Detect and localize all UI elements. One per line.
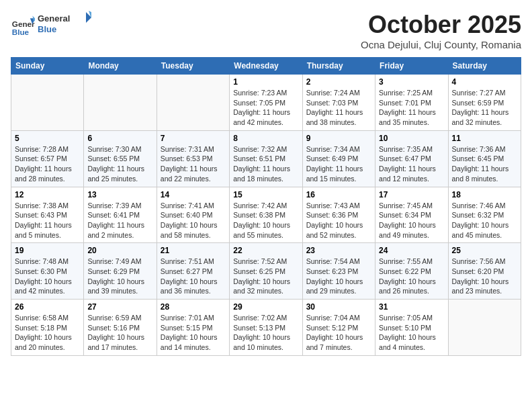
day-number: 6 — [87, 134, 152, 143]
calendar-cell: 12Sunrise: 7:38 AM Sunset: 6:43 PM Dayli… — [11, 187, 84, 243]
day-info: Sunrise: 7:04 AM Sunset: 5:12 PM Dayligh… — [306, 313, 371, 353]
calendar-cell: 13Sunrise: 7:39 AM Sunset: 6:41 PM Dayli… — [84, 187, 157, 243]
day-number: 27 — [87, 302, 152, 312]
calendar-cell: 8Sunrise: 7:32 AM Sunset: 6:51 PM Daylig… — [230, 130, 302, 187]
calendar-cell: 29Sunrise: 7:02 AM Sunset: 5:13 PM Dayli… — [230, 300, 302, 356]
svg-text:Blue: Blue — [38, 24, 56, 34]
day-info: Sunrise: 7:48 AM Sunset: 6:30 PM Dayligh… — [15, 257, 80, 296]
day-info: Sunrise: 7:36 AM Sunset: 6:45 PM Dayligh… — [452, 144, 517, 184]
day-number: 21 — [161, 246, 226, 255]
weekday-header: Monday — [84, 58, 157, 75]
calendar-week-row: 19Sunrise: 7:48 AM Sunset: 6:30 PM Dayli… — [11, 243, 521, 300]
day-number: 19 — [15, 246, 80, 255]
day-info: Sunrise: 7:23 AM Sunset: 7:05 PM Dayligh… — [233, 88, 298, 128]
weekday-header: Friday — [375, 58, 448, 75]
calendar-cell: 10Sunrise: 7:35 AM Sunset: 6:47 PM Dayli… — [375, 130, 448, 187]
day-number: 23 — [306, 246, 371, 255]
calendar-week-row: 12Sunrise: 7:38 AM Sunset: 6:43 PM Dayli… — [11, 187, 521, 243]
day-info: Sunrise: 7:30 AM Sunset: 6:55 PM Dayligh… — [87, 144, 152, 184]
calendar-week-row: 5Sunrise: 7:28 AM Sunset: 6:57 PM Daylig… — [11, 130, 521, 187]
day-number: 18 — [452, 190, 517, 199]
day-info: Sunrise: 7:02 AM Sunset: 5:13 PM Dayligh… — [233, 313, 298, 353]
calendar-cell: 19Sunrise: 7:48 AM Sunset: 6:30 PM Dayli… — [11, 243, 84, 300]
calendar-cell: 28Sunrise: 7:01 AM Sunset: 5:15 PM Dayli… — [157, 300, 229, 356]
calendar-week-row: 1Sunrise: 7:23 AM Sunset: 7:05 PM Daylig… — [11, 75, 521, 131]
calendar-cell: 4Sunrise: 7:27 AM Sunset: 6:59 PM Daylig… — [448, 75, 521, 131]
calendar-cell: 2Sunrise: 7:24 AM Sunset: 7:03 PM Daylig… — [302, 75, 375, 131]
svg-text:Blue: Blue — [12, 28, 30, 36]
calendar-cell: 31Sunrise: 7:05 AM Sunset: 5:10 PM Dayli… — [375, 300, 448, 356]
day-number: 17 — [379, 190, 444, 199]
weekday-header: Sunday — [11, 58, 84, 75]
location-subtitle: Ocna Dejului, Cluj County, Romania — [361, 39, 521, 50]
calendar-week-row: 26Sunrise: 6:58 AM Sunset: 5:18 PM Dayli… — [11, 300, 521, 356]
calendar-cell: 5Sunrise: 7:28 AM Sunset: 6:57 PM Daylig… — [11, 130, 84, 187]
day-number: 5 — [15, 134, 80, 143]
day-info: Sunrise: 7:54 AM Sunset: 6:23 PM Dayligh… — [306, 257, 371, 296]
day-info: Sunrise: 6:59 AM Sunset: 5:16 PM Dayligh… — [87, 313, 152, 353]
calendar-cell — [84, 75, 157, 131]
day-info: Sunrise: 7:31 AM Sunset: 6:53 PM Dayligh… — [161, 144, 226, 184]
day-number: 24 — [379, 246, 444, 255]
page-header: General Blue General Blue October 2025 O… — [11, 11, 521, 50]
day-info: Sunrise: 7:39 AM Sunset: 6:41 PM Dayligh… — [87, 201, 152, 240]
day-number: 20 — [87, 246, 152, 255]
day-info: Sunrise: 7:56 AM Sunset: 6:20 PM Dayligh… — [452, 257, 517, 296]
weekday-header: Saturday — [448, 58, 521, 75]
calendar-cell: 6Sunrise: 7:30 AM Sunset: 6:55 PM Daylig… — [84, 130, 157, 187]
day-info: Sunrise: 7:28 AM Sunset: 6:57 PM Dayligh… — [15, 144, 80, 184]
logo-svg: General Blue — [38, 11, 91, 38]
day-number: 11 — [452, 134, 517, 143]
calendar-cell: 21Sunrise: 7:51 AM Sunset: 6:27 PM Dayli… — [157, 243, 229, 300]
day-number: 29 — [233, 302, 298, 312]
day-info: Sunrise: 7:51 AM Sunset: 6:27 PM Dayligh… — [161, 257, 226, 296]
day-info: Sunrise: 7:32 AM Sunset: 6:51 PM Dayligh… — [233, 144, 298, 184]
day-info: Sunrise: 7:52 AM Sunset: 6:25 PM Dayligh… — [233, 257, 298, 296]
calendar-cell: 15Sunrise: 7:42 AM Sunset: 6:38 PM Dayli… — [230, 187, 302, 243]
day-info: Sunrise: 7:38 AM Sunset: 6:43 PM Dayligh… — [15, 201, 80, 240]
calendar-cell: 26Sunrise: 6:58 AM Sunset: 5:18 PM Dayli… — [11, 300, 84, 356]
day-info: Sunrise: 7:46 AM Sunset: 6:32 PM Dayligh… — [452, 201, 517, 240]
day-number: 12 — [15, 190, 80, 199]
svg-text:General: General — [38, 13, 70, 24]
calendar-cell: 17Sunrise: 7:45 AM Sunset: 6:34 PM Dayli… — [375, 187, 448, 243]
day-info: Sunrise: 7:55 AM Sunset: 6:22 PM Dayligh… — [379, 257, 444, 296]
day-info: Sunrise: 7:24 AM Sunset: 7:03 PM Dayligh… — [306, 88, 371, 128]
logo-icon: General Blue — [11, 13, 35, 38]
day-info: Sunrise: 7:35 AM Sunset: 6:47 PM Dayligh… — [379, 144, 444, 184]
day-info: Sunrise: 7:43 AM Sunset: 6:36 PM Dayligh… — [306, 201, 371, 240]
calendar-cell — [157, 75, 229, 131]
calendar-cell: 1Sunrise: 7:23 AM Sunset: 7:05 PM Daylig… — [230, 75, 302, 131]
month-title: October 2025 — [361, 11, 521, 39]
calendar-cell: 23Sunrise: 7:54 AM Sunset: 6:23 PM Dayli… — [302, 243, 375, 300]
weekday-header-row: SundayMondayTuesdayWednesdayThursdayFrid… — [11, 58, 521, 75]
calendar-cell: 18Sunrise: 7:46 AM Sunset: 6:32 PM Dayli… — [448, 187, 521, 243]
calendar-cell: 24Sunrise: 7:55 AM Sunset: 6:22 PM Dayli… — [375, 243, 448, 300]
day-info: Sunrise: 7:42 AM Sunset: 6:38 PM Dayligh… — [233, 201, 298, 240]
calendar-cell: 3Sunrise: 7:25 AM Sunset: 7:01 PM Daylig… — [375, 75, 448, 131]
day-number: 13 — [87, 190, 152, 199]
day-info: Sunrise: 7:49 AM Sunset: 6:29 PM Dayligh… — [87, 257, 152, 296]
day-info: Sunrise: 6:58 AM Sunset: 5:18 PM Dayligh… — [15, 313, 80, 353]
day-info: Sunrise: 7:41 AM Sunset: 6:40 PM Dayligh… — [161, 201, 226, 240]
calendar-cell: 27Sunrise: 6:59 AM Sunset: 5:16 PM Dayli… — [84, 300, 157, 356]
calendar-cell — [448, 300, 521, 356]
day-number: 15 — [233, 190, 298, 199]
day-number: 10 — [379, 134, 444, 143]
day-info: Sunrise: 7:45 AM Sunset: 6:34 PM Dayligh… — [379, 201, 444, 240]
calendar-cell: 14Sunrise: 7:41 AM Sunset: 6:40 PM Dayli… — [157, 187, 229, 243]
day-number: 9 — [306, 134, 371, 143]
day-number: 31 — [379, 302, 444, 312]
calendar-cell: 11Sunrise: 7:36 AM Sunset: 6:45 PM Dayli… — [448, 130, 521, 187]
day-number: 8 — [233, 134, 298, 143]
day-number: 2 — [306, 77, 371, 87]
calendar-cell: 7Sunrise: 7:31 AM Sunset: 6:53 PM Daylig… — [157, 130, 229, 187]
day-number: 30 — [306, 302, 371, 312]
day-number: 1 — [233, 77, 298, 87]
day-info: Sunrise: 7:01 AM Sunset: 5:15 PM Dayligh… — [161, 313, 226, 353]
logo: General Blue General Blue — [11, 11, 91, 40]
day-number: 16 — [306, 190, 371, 199]
weekday-header: Tuesday — [157, 58, 229, 75]
weekday-header: Thursday — [302, 58, 375, 75]
calendar-cell: 22Sunrise: 7:52 AM Sunset: 6:25 PM Dayli… — [230, 243, 302, 300]
